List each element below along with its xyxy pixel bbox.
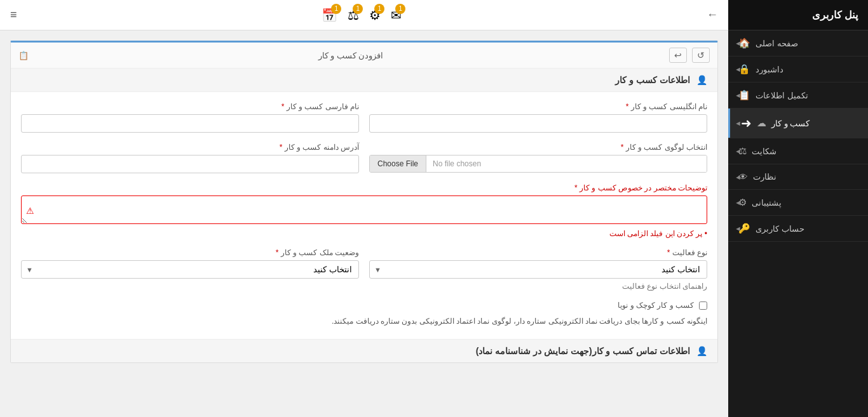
sidebar-item-business[interactable]: کسب و کار ☁ ➜ ◄ — [728, 109, 868, 138]
chevron-icon: ◄ — [735, 65, 742, 73]
chevron-icon: ◄ — [735, 147, 742, 155]
balance-badge: 1 — [353, 4, 363, 14]
domain-input[interactable] — [21, 155, 359, 173]
messages-icon-badge[interactable]: ✉ 1 — [391, 8, 402, 23]
chevron-icon: ◄ — [735, 225, 742, 232]
balance-icon-badge[interactable]: ⚖ 1 — [348, 8, 359, 23]
menu-icon[interactable]: ≡ — [10, 8, 17, 22]
chevron-icon: ◄ — [735, 39, 742, 47]
business-icon: ☁ — [757, 117, 766, 129]
section2-header: 👤 اطلاعات تماس کسب و کار(جهت نمایش در شن… — [11, 339, 717, 362]
main-area: ← ✉ 1 ⚙ 1 ⚖ 1 📅 1 ≡ — [0, 0, 728, 417]
form-body: نام انگلیسی کسب و کار * نام فارسی کسب و … — [11, 92, 717, 339]
header-actions: ↺ ↩ — [669, 48, 710, 63]
sidebar-item-complete-info[interactable]: تکمیل اطلاعات 📋 ◄ — [728, 83, 868, 109]
topbar: ← ✉ 1 ⚙ 1 ⚖ 1 📅 1 ≡ — [0, 0, 728, 30]
messages-badge: 1 — [395, 4, 405, 14]
chevron-icon: ◄ — [735, 173, 742, 181]
status-activity-row: نوع فعالیت * انتخاب کنید ▼ راهنمای انتخا… — [21, 248, 707, 291]
settings-icon-badge[interactable]: ⚙ 1 — [369, 8, 381, 23]
content-area: ↺ ↩ افزودن کسب و کار 📋 👤 اطلاعات کسب و ک… — [0, 30, 728, 417]
logo-domain-row: انتخاب لوگوی کسب و کار * Choose File No … — [21, 143, 707, 173]
activity-select-wrapper: انتخاب کنید ▼ — [369, 260, 707, 279]
activity-hint: راهنمای انتخاب نوع فعالیت — [369, 282, 707, 291]
user-icon-2: 👤 — [696, 346, 707, 356]
settings-badge: 1 — [374, 4, 384, 14]
description-label: توضیحات مختصر در خصوص کسب و کار * — [21, 183, 707, 192]
status-select-wrapper: انتخاب کنید ▼ — [21, 260, 359, 279]
persian-name-input[interactable] — [21, 114, 359, 133]
sidebar-item-support[interactable]: پشتیبانی ⚙ ◄ — [728, 190, 868, 216]
warning-icon: ⚠ — [26, 206, 34, 216]
small-business-checkbox[interactable] — [699, 301, 707, 310]
validation-message: پر کردن این فیلد الزامی است — [21, 229, 707, 238]
domain-group: آدرس دامنه کسب و کار * — [21, 143, 359, 173]
english-name-input[interactable] — [369, 114, 707, 133]
choose-file-button[interactable]: Choose File — [370, 156, 426, 172]
activity-type-label: نوع فعالیت * — [369, 248, 707, 257]
card-icon: 📋 — [18, 51, 29, 60]
user-icon: 👤 — [696, 75, 707, 85]
activity-type-group: نوع فعالیت * انتخاب کنید ▼ راهنمای انتخا… — [369, 248, 707, 291]
calendar-icon-badge[interactable]: 📅 1 — [322, 8, 337, 23]
chevron-icon: ◄ — [735, 91, 742, 99]
file-placeholder: No file chosen — [426, 156, 707, 172]
sidebar-item-home[interactable]: صفحه اصلی 🏠 ◄ — [728, 30, 868, 56]
form-card: ↺ ↩ افزودن کسب و کار 📋 👤 اطلاعات کسب و ک… — [10, 41, 718, 363]
business-status-group: وضعیت ملک کسب و کار * انتخاب کنید ▼ — [21, 248, 359, 291]
logo-label: انتخاب لوگوی کسب و کار * — [369, 143, 707, 152]
activity-type-select[interactable]: انتخاب کنید — [369, 260, 707, 279]
chevron-icon: ◄ — [735, 199, 742, 206]
business-status-label: وضعیت ملک کسب و کار * — [21, 248, 359, 257]
small-business-label[interactable]: کسب و کار کوچک و نویا — [618, 301, 694, 310]
small-business-row: کسب و کار کوچک و نویا — [21, 301, 707, 310]
sidebar-item-supervision[interactable]: نظارت 👁 ◄ — [728, 164, 868, 190]
calendar-badge: 1 — [331, 4, 341, 14]
back-button[interactable]: ← — [707, 8, 718, 22]
sidebar-header: پنل کاربری — [728, 0, 868, 30]
section1-header: 👤 اطلاعات کسب و کار — [11, 69, 717, 92]
sidebar: پنل کاربری صفحه اصلی 🏠 ◄ داشبورد 🔒 ◄ تکم… — [728, 0, 868, 417]
name-row: نام انگلیسی کسب و کار * نام فارسی کسب و … — [21, 102, 707, 133]
topbar-icons: ✉ 1 ⚙ 1 ⚖ 1 📅 1 — [27, 8, 696, 23]
description-textarea[interactable] — [21, 195, 707, 224]
business-status-select[interactable]: انتخاب کنید — [21, 260, 359, 279]
persian-name-label: نام فارسی کسب و کار * — [21, 102, 359, 111]
persian-name-group: نام فارسی کسب و کار * — [21, 102, 359, 133]
logo-group: انتخاب لوگوی کسب و کار * Choose File No … — [369, 143, 707, 173]
refresh-button[interactable]: ↺ — [692, 48, 710, 63]
small-business-info: اینگونه کسب و کارها بجای دریافت نماد الک… — [21, 315, 707, 329]
file-input-wrapper[interactable]: Choose File No file chosen — [369, 155, 707, 173]
description-group: توضیحات مختصر در خصوص کسب و کار * ⚠ پر ک… — [21, 183, 707, 238]
domain-label: آدرس دامنه کسب و کار * — [21, 143, 359, 152]
textarea-wrapper: ⚠ — [21, 195, 707, 226]
form-card-header: ↺ ↩ افزودن کسب و کار 📋 — [11, 43, 717, 69]
sidebar-item-complaints[interactable]: شکایت ⚖ ◄ — [728, 138, 868, 164]
card-title: افزودن کسب و کار — [318, 51, 384, 60]
english-name-label: نام انگلیسی کسب و کار * — [369, 102, 707, 111]
english-name-group: نام انگلیسی کسب و کار * — [369, 102, 707, 133]
sidebar-item-dashboard[interactable]: داشبورد 🔒 ◄ — [728, 56, 868, 83]
chevron-icon: ◄ — [735, 119, 742, 127]
arrow-pointer-icon: ➜ — [741, 116, 752, 131]
back-button-card[interactable]: ↩ — [669, 48, 687, 63]
description-row: توضیحات مختصر در خصوص کسب و کار * ⚠ پر ک… — [21, 183, 707, 238]
sidebar-item-account[interactable]: حساب کاربری 🔑 ◄ — [728, 216, 868, 242]
